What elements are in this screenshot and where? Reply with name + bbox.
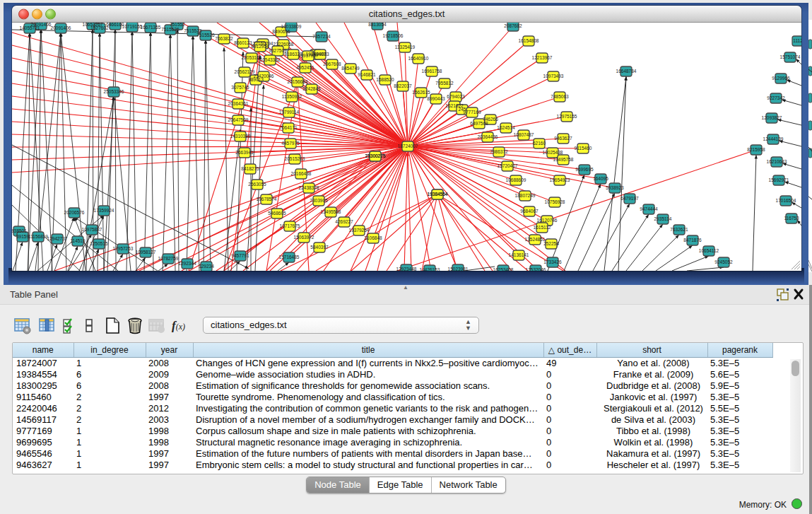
svg-text:13524851: 13524851 xyxy=(525,237,546,242)
svg-text:20156684: 20156684 xyxy=(288,79,308,84)
svg-text:10975887: 10975887 xyxy=(82,227,102,232)
svg-text:9463627: 9463627 xyxy=(554,136,572,141)
svg-text:14426153: 14426153 xyxy=(420,267,440,271)
svg-text:16253408: 16253408 xyxy=(493,267,514,271)
svg-text:13495758: 13495758 xyxy=(553,157,574,162)
svg-text:10807487: 10807487 xyxy=(514,132,534,137)
svg-text:1250515: 1250515 xyxy=(90,241,108,246)
svg-text:20206576: 20206576 xyxy=(64,210,85,215)
svg-text:10025438: 10025438 xyxy=(543,150,563,155)
svg-text:252254: 252254 xyxy=(543,241,559,246)
svg-text:15023981: 15023981 xyxy=(448,267,469,271)
svg-text:12213967: 12213967 xyxy=(532,55,553,60)
svg-text:14310388: 14310388 xyxy=(230,134,251,139)
svg-text:19654923: 19654923 xyxy=(550,177,570,182)
svg-text:2087682: 2087682 xyxy=(504,23,522,28)
svg-text:23420046: 23420046 xyxy=(254,74,274,78)
svg-text:12093827: 12093827 xyxy=(762,115,782,120)
svg-text:25053346: 25053346 xyxy=(104,89,124,94)
svg-text:15751074: 15751074 xyxy=(780,54,801,59)
svg-text:114519: 114519 xyxy=(70,238,86,243)
svg-text:5938923: 5938923 xyxy=(606,185,624,190)
svg-text:15720407: 15720407 xyxy=(498,163,518,168)
svg-text:11350932: 11350932 xyxy=(282,94,302,99)
svg-text:4952451: 4952451 xyxy=(296,65,314,70)
svg-text:20091406: 20091406 xyxy=(31,23,52,27)
svg-text:10543382: 10543382 xyxy=(260,57,281,62)
svg-text:2967608: 2967608 xyxy=(323,62,341,66)
svg-text:10973493: 10973493 xyxy=(543,74,564,78)
svg-text:1615112: 1615112 xyxy=(534,225,551,230)
svg-text:22438378: 22438378 xyxy=(299,185,319,190)
svg-text:746266: 746266 xyxy=(483,117,498,122)
svg-text:6794023: 6794023 xyxy=(447,94,465,99)
svg-text:17016504: 17016504 xyxy=(776,198,796,203)
svg-text:16120746: 16120746 xyxy=(537,218,558,223)
svg-text:8454749: 8454749 xyxy=(341,66,360,71)
svg-text:9242845: 9242845 xyxy=(302,86,321,91)
svg-text:17957253: 17957253 xyxy=(113,246,134,251)
svg-text:2663941: 2663941 xyxy=(235,150,254,155)
svg-text:4269227: 4269227 xyxy=(335,219,353,224)
svg-text:18807249: 18807249 xyxy=(515,193,536,198)
svg-text:2563055: 2563055 xyxy=(248,182,266,187)
svg-text:2935114: 2935114 xyxy=(654,216,672,221)
svg-text:20091406: 20091406 xyxy=(51,25,71,30)
svg-text:17532046: 17532046 xyxy=(526,267,546,271)
svg-text:12444139: 12444139 xyxy=(763,136,784,141)
svg-text:8660123: 8660123 xyxy=(234,40,252,45)
svg-text:15692971: 15692971 xyxy=(769,177,789,182)
svg-text:20562129: 20562129 xyxy=(235,69,255,74)
svg-text:11325419: 11325419 xyxy=(395,45,416,49)
svg-text:1624514: 1624514 xyxy=(497,125,515,130)
svg-text:1562615: 1562615 xyxy=(412,90,430,95)
svg-text:14136141: 14136141 xyxy=(509,252,529,257)
svg-text:8215958: 8215958 xyxy=(747,147,765,152)
svg-text:6497568: 6497568 xyxy=(470,121,488,126)
svg-text:5840397: 5840397 xyxy=(310,245,329,250)
svg-text:19678574: 19678574 xyxy=(257,197,277,201)
svg-text:16640910: 16640910 xyxy=(408,56,429,61)
svg-text:1588520: 1588520 xyxy=(376,77,394,82)
svg-text:10033809: 10033809 xyxy=(281,24,302,29)
svg-text:7515526: 7515526 xyxy=(196,33,215,37)
svg-text:12942737: 12942737 xyxy=(47,236,68,241)
svg-text:16961758: 16961758 xyxy=(422,69,442,74)
svg-text:39159: 39159 xyxy=(16,234,29,239)
svg-text:7485063: 7485063 xyxy=(551,94,569,99)
svg-text:9146821: 9146821 xyxy=(358,72,376,77)
svg-text:3106848: 3106848 xyxy=(364,235,382,240)
svg-text:751552: 751552 xyxy=(170,23,185,27)
svg-text:12923448: 12923448 xyxy=(396,267,417,271)
svg-text:7064171: 7064171 xyxy=(279,125,298,130)
svg-text:8490656: 8490656 xyxy=(272,29,290,34)
svg-text:7955812: 7955812 xyxy=(435,81,454,86)
svg-text:25300275: 25300275 xyxy=(365,153,386,158)
svg-text:7357234: 7357234 xyxy=(312,34,331,39)
svg-text:7663822: 7663822 xyxy=(215,36,233,41)
svg-text:9777169: 9777169 xyxy=(463,110,481,115)
svg-text:10782759: 10782759 xyxy=(158,256,179,261)
svg-text:16210643: 16210643 xyxy=(767,159,787,164)
svg-text:116753: 116753 xyxy=(784,216,799,221)
svg-text:11156819: 11156819 xyxy=(28,234,48,239)
svg-text:10654112: 10654112 xyxy=(699,248,719,253)
svg-text:8990443: 8990443 xyxy=(427,96,445,101)
svg-text:20364361: 20364361 xyxy=(228,101,249,106)
svg-text:20647509: 20647509 xyxy=(228,117,249,122)
svg-text:8813054: 8813054 xyxy=(368,23,387,27)
svg-text:8471876: 8471876 xyxy=(683,238,702,243)
svg-text:10719155: 10719155 xyxy=(122,24,143,29)
svg-text:3075745: 3075745 xyxy=(231,85,249,90)
svg-text:7986372: 7986372 xyxy=(490,149,508,154)
svg-text:16154808: 16154808 xyxy=(519,38,539,43)
svg-text:10958127: 10958127 xyxy=(136,250,156,255)
svg-text:16671355: 16671355 xyxy=(141,25,161,30)
svg-text:8912954: 8912954 xyxy=(251,44,269,49)
svg-text:8822037: 8822037 xyxy=(394,83,412,88)
svg-text:10756928: 10756928 xyxy=(545,199,565,204)
svg-text:15716485: 15716485 xyxy=(279,255,300,259)
svg-text:12975155: 12975155 xyxy=(557,114,577,119)
svg-text:7303905: 7303905 xyxy=(310,198,328,203)
svg-text:23226058: 23226058 xyxy=(273,42,294,47)
